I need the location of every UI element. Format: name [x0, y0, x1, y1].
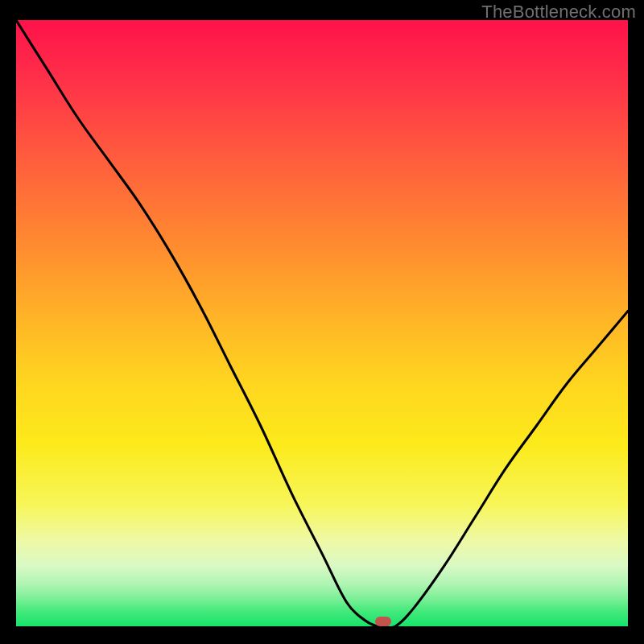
curve-layer	[16, 20, 628, 626]
bottleneck-curve	[16, 20, 628, 626]
chart-frame: TheBottleneck.com	[0, 0, 644, 644]
optimal-point-marker	[375, 617, 391, 626]
plot-area	[16, 20, 628, 626]
watermark-text: TheBottleneck.com	[481, 2, 636, 23]
